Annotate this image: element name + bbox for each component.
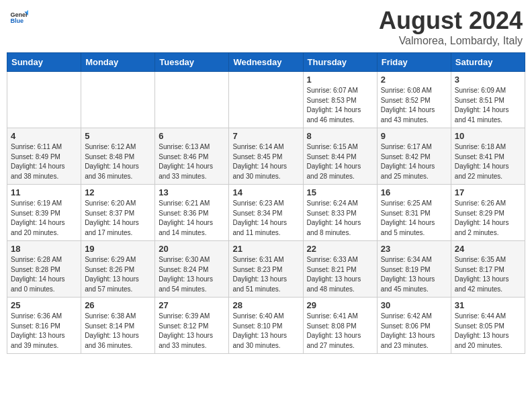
day-number: 18 [11,244,77,254]
day-number: 1 [307,75,373,85]
table-row: 29Sunrise: 6:41 AM Sunset: 8:08 PM Dayli… [303,298,377,354]
table-row: 25Sunrise: 6:36 AM Sunset: 8:16 PM Dayli… [7,298,81,354]
table-row: 5Sunrise: 6:12 AM Sunset: 8:48 PM Daylig… [81,128,155,185]
day-info: Sunrise: 6:23 AM Sunset: 8:34 PM Dayligh… [232,199,299,238]
header: General Blue August 2024 Valmorea, Lomba… [7,7,525,47]
day-info: Sunrise: 6:17 AM Sunset: 8:42 PM Dayligh… [381,142,447,181]
table-row: 13Sunrise: 6:21 AM Sunset: 8:36 PM Dayli… [155,185,229,241]
table-row [7,72,81,128]
day-info: Sunrise: 6:35 AM Sunset: 8:17 PM Dayligh… [455,255,521,294]
week-row-2: 4Sunrise: 6:11 AM Sunset: 8:49 PM Daylig… [7,128,525,185]
table-row: 19Sunrise: 6:29 AM Sunset: 8:26 PM Dayli… [81,241,155,298]
day-info: Sunrise: 6:38 AM Sunset: 8:14 PM Dayligh… [85,312,151,351]
table-row: 16Sunrise: 6:25 AM Sunset: 8:31 PM Dayli… [377,185,451,241]
day-info: Sunrise: 6:07 AM Sunset: 8:53 PM Dayligh… [307,86,373,125]
table-row: 22Sunrise: 6:33 AM Sunset: 8:21 PM Dayli… [303,241,377,298]
day-info: Sunrise: 6:31 AM Sunset: 8:23 PM Dayligh… [232,255,299,294]
day-info: Sunrise: 6:26 AM Sunset: 8:29 PM Dayligh… [455,199,521,238]
table-row: 26Sunrise: 6:38 AM Sunset: 8:14 PM Dayli… [81,298,155,354]
day-info: Sunrise: 6:14 AM Sunset: 8:45 PM Dayligh… [232,142,299,181]
day-number: 29 [307,300,373,310]
day-number: 23 [381,244,447,254]
table-row: 9Sunrise: 6:17 AM Sunset: 8:42 PM Daylig… [377,128,451,185]
day-number: 6 [159,131,225,141]
title-area: August 2024 Valmorea, Lombardy, Italy [379,7,523,47]
table-row: 18Sunrise: 6:28 AM Sunset: 8:28 PM Dayli… [7,241,81,298]
day-number: 3 [455,75,521,85]
day-number: 10 [455,131,521,141]
table-row: 28Sunrise: 6:40 AM Sunset: 8:10 PM Dayli… [229,298,303,354]
table-row: 7Sunrise: 6:14 AM Sunset: 8:45 PM Daylig… [229,128,303,185]
day-info: Sunrise: 6:18 AM Sunset: 8:41 PM Dayligh… [455,142,521,181]
day-number: 5 [85,131,151,141]
day-number: 25 [11,300,77,310]
logo: General Blue [9,7,28,27]
day-info: Sunrise: 6:08 AM Sunset: 8:52 PM Dayligh… [381,86,447,125]
day-number: 20 [159,244,225,254]
day-info: Sunrise: 6:30 AM Sunset: 8:24 PM Dayligh… [159,255,225,294]
table-row: 4Sunrise: 6:11 AM Sunset: 8:49 PM Daylig… [7,128,81,185]
table-row: 23Sunrise: 6:34 AM Sunset: 8:19 PM Dayli… [377,241,451,298]
day-number: 8 [307,131,373,141]
day-info: Sunrise: 6:44 AM Sunset: 8:05 PM Dayligh… [455,312,521,351]
table-row: 30Sunrise: 6:42 AM Sunset: 8:06 PM Dayli… [377,298,451,354]
week-row-5: 25Sunrise: 6:36 AM Sunset: 8:16 PM Dayli… [7,298,525,354]
table-row: 8Sunrise: 6:15 AM Sunset: 8:44 PM Daylig… [303,128,377,185]
week-row-4: 18Sunrise: 6:28 AM Sunset: 8:28 PM Dayli… [7,241,525,298]
table-row [81,72,155,128]
day-info: Sunrise: 6:40 AM Sunset: 8:10 PM Dayligh… [232,312,299,351]
day-number: 31 [455,300,521,310]
header-sunday: Sunday [7,53,81,72]
location-subtitle: Valmorea, Lombardy, Italy [379,35,523,47]
table-row: 2Sunrise: 6:08 AM Sunset: 8:52 PM Daylig… [377,72,451,128]
day-number: 19 [85,244,151,254]
generalblue-logo-icon: General Blue [9,8,28,27]
day-info: Sunrise: 6:42 AM Sunset: 8:06 PM Dayligh… [381,312,447,351]
day-number: 30 [381,300,447,310]
day-number: 26 [85,300,151,310]
week-row-3: 11Sunrise: 6:19 AM Sunset: 8:39 PM Dayli… [7,185,525,241]
table-row: 11Sunrise: 6:19 AM Sunset: 8:39 PM Dayli… [7,185,81,241]
table-row: 14Sunrise: 6:23 AM Sunset: 8:34 PM Dayli… [229,185,303,241]
day-number: 2 [381,75,447,85]
header-tuesday: Tuesday [155,53,229,72]
header-saturday: Saturday [451,53,525,72]
table-row: 1Sunrise: 6:07 AM Sunset: 8:53 PM Daylig… [303,72,377,128]
table-row: 17Sunrise: 6:26 AM Sunset: 8:29 PM Dayli… [451,185,525,241]
day-info: Sunrise: 6:21 AM Sunset: 8:36 PM Dayligh… [159,199,225,238]
table-row: 6Sunrise: 6:13 AM Sunset: 8:46 PM Daylig… [155,128,229,185]
day-info: Sunrise: 6:36 AM Sunset: 8:16 PM Dayligh… [11,312,77,351]
day-info: Sunrise: 6:15 AM Sunset: 8:44 PM Dayligh… [307,142,373,181]
table-row: 31Sunrise: 6:44 AM Sunset: 8:05 PM Dayli… [451,298,525,354]
day-info: Sunrise: 6:39 AM Sunset: 8:12 PM Dayligh… [159,312,225,351]
day-number: 28 [232,300,299,310]
table-row: 20Sunrise: 6:30 AM Sunset: 8:24 PM Dayli… [155,241,229,298]
day-number: 12 [85,187,151,197]
table-row [155,72,229,128]
day-info: Sunrise: 6:20 AM Sunset: 8:37 PM Dayligh… [85,199,151,238]
day-info: Sunrise: 6:24 AM Sunset: 8:33 PM Dayligh… [307,199,373,238]
day-info: Sunrise: 6:33 AM Sunset: 8:21 PM Dayligh… [307,255,373,294]
table-row: 24Sunrise: 6:35 AM Sunset: 8:17 PM Dayli… [451,241,525,298]
day-info: Sunrise: 6:29 AM Sunset: 8:26 PM Dayligh… [85,255,151,294]
day-number: 14 [232,187,299,197]
weekday-header-row: Sunday Monday Tuesday Wednesday Thursday… [7,53,525,72]
table-row: 21Sunrise: 6:31 AM Sunset: 8:23 PM Dayli… [229,241,303,298]
day-number: 13 [159,187,225,197]
svg-text:Blue: Blue [10,17,24,24]
week-row-1: 1Sunrise: 6:07 AM Sunset: 8:53 PM Daylig… [7,72,525,128]
day-number: 11 [11,187,77,197]
day-info: Sunrise: 6:25 AM Sunset: 8:31 PM Dayligh… [381,199,447,238]
table-row: 3Sunrise: 6:09 AM Sunset: 8:51 PM Daylig… [451,72,525,128]
month-year-title: August 2024 [379,7,523,35]
table-row: 15Sunrise: 6:24 AM Sunset: 8:33 PM Dayli… [303,185,377,241]
day-number: 22 [307,244,373,254]
table-row [229,72,303,128]
day-number: 17 [455,187,521,197]
day-info: Sunrise: 6:09 AM Sunset: 8:51 PM Dayligh… [455,86,521,125]
calendar-table: Sunday Monday Tuesday Wednesday Thursday… [7,52,525,354]
day-number: 24 [455,244,521,254]
day-number: 7 [232,131,299,141]
day-info: Sunrise: 6:11 AM Sunset: 8:49 PM Dayligh… [11,142,77,181]
header-wednesday: Wednesday [229,53,303,72]
